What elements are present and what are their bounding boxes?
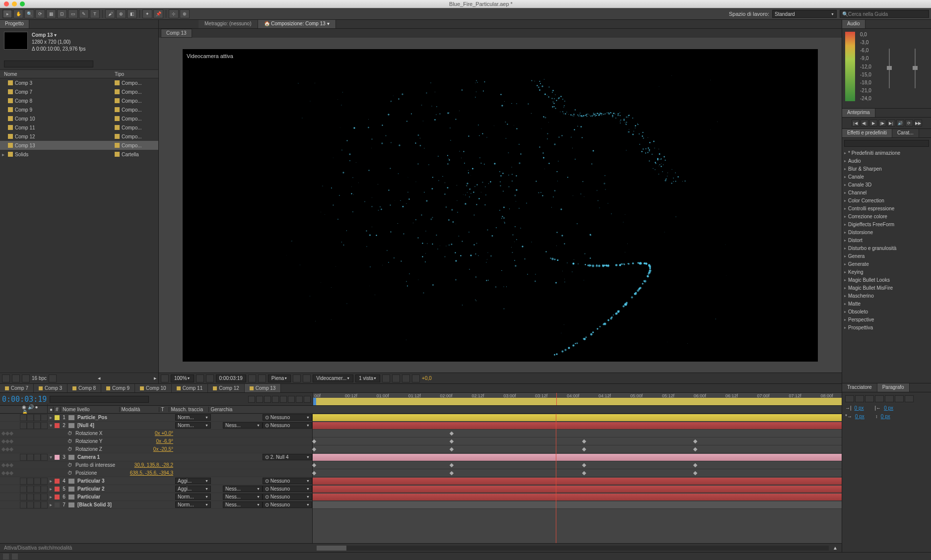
layer-row[interactable]: ▾2[Null 4]Norm...▼Ness...▼⊙ Nessuno▼ (0, 422, 312, 430)
effects-category[interactable]: ▸Generate (842, 260, 931, 268)
bpc-button[interactable]: 16 bpc (32, 375, 47, 381)
pan-behind-tool[interactable]: ⊡ (57, 9, 67, 18)
layer-bar[interactable] (313, 414, 842, 421)
transparency-button[interactable] (303, 374, 311, 382)
layer-bar[interactable] (313, 478, 842, 485)
footage-tab[interactable]: Metraggio: (nessuno) (199, 20, 258, 28)
audio-slider-L[interactable] (889, 49, 890, 88)
channel-button[interactable] (258, 374, 266, 382)
timeline-zoom-slider[interactable] (317, 546, 829, 551)
exposure-value[interactable]: +0,0 (422, 375, 432, 381)
keyframe-marker[interactable] (582, 471, 586, 475)
eraser-tool[interactable]: ◧ (127, 9, 137, 18)
composition-tab[interactable]: 🏠 Composizione: Comp 13 ▾ (258, 20, 336, 28)
current-time-display[interactable]: 0:00:03:19 (2, 395, 47, 404)
effects-category[interactable]: ▸Magic Bullet MisFire (842, 284, 931, 292)
axis-world-button[interactable]: ⊗ (180, 9, 190, 18)
status-icon-1[interactable] (3, 554, 9, 560)
views-count-select[interactable]: 1 vista ▼ (355, 374, 380, 382)
minimize-window-button[interactable] (12, 1, 17, 6)
layer-row[interactable]: ▾3Camera 1⊙ 2. Null 4▼ (0, 453, 312, 461)
tl-tool-1[interactable] (248, 396, 255, 403)
keyframe-marker[interactable] (450, 463, 454, 467)
timeline-search-input[interactable] (50, 396, 149, 403)
preview-tab[interactable]: Anteprima (842, 109, 875, 117)
effects-category[interactable]: ▸Audio (842, 157, 931, 165)
layer-bar[interactable] (313, 501, 842, 508)
effects-category[interactable]: ▸Prospettiva (842, 323, 931, 331)
timeline-tab[interactable]: Comp 10 (135, 384, 172, 392)
prev-frame-button[interactable]: ◀| (861, 120, 868, 126)
effects-category[interactable]: ▸Obsoleto (842, 308, 931, 315)
keyframe-marker[interactable] (450, 471, 454, 475)
trash-button[interactable] (49, 374, 57, 382)
timeline-tab[interactable]: Comp 12 (208, 384, 245, 392)
character-tab[interactable]: Carat... (892, 129, 919, 137)
close-window-button[interactable] (4, 1, 9, 6)
rotate-tool[interactable]: ⟳ (35, 9, 45, 18)
tl-tool-2[interactable] (256, 396, 263, 403)
keyframe-marker[interactable] (693, 447, 697, 451)
keyframe-marker[interactable] (312, 439, 316, 443)
col-layer-name[interactable]: Nome livello (61, 407, 120, 412)
paragraph-tab[interactable]: Paragrafo (877, 383, 910, 392)
tl-tool-3[interactable] (264, 396, 271, 403)
pixel-aspect-button[interactable] (382, 374, 390, 382)
project-tab[interactable]: Progetto (0, 20, 29, 28)
selection-tool[interactable]: ▸ (2, 9, 12, 18)
property-row[interactable]: ⏱Punto di interesse30,9, 135,8, -28,2 (0, 461, 312, 469)
effects-category[interactable]: ▸* Predefiniti animazione (842, 149, 931, 157)
layer-row[interactable]: ▸6ParticularNorm...▼Ness...▼⊙ Nessuno▼ (0, 493, 312, 501)
effects-category[interactable]: ▸Correzione colore (842, 212, 931, 220)
grid-button[interactable] (196, 374, 204, 382)
pen-tool[interactable]: ✎ (79, 9, 89, 18)
align-center-button[interactable] (855, 395, 864, 402)
layer-row[interactable]: ▸1Particle_PosNorm...▼⊙ Nessuno▼ (0, 414, 312, 422)
tracker-tab[interactable]: Tracciatore (842, 383, 877, 392)
effects-category[interactable]: ▸Disturbo e granulosità (842, 244, 931, 252)
view-select[interactable]: Videocamer... ▼ (313, 374, 353, 382)
project-item[interactable]: Comp 13Compo... (0, 141, 158, 150)
keyframe-marker[interactable] (693, 439, 697, 443)
effects-category[interactable]: ▸Magic Bullet Looks (842, 276, 931, 284)
effects-category[interactable]: ▸Canale 3D (842, 181, 931, 188)
keyframe-marker[interactable] (450, 432, 454, 436)
text-tool[interactable]: T (90, 9, 100, 18)
camera-tool[interactable]: ▦ (46, 9, 56, 18)
snapshot2-button[interactable] (248, 374, 256, 382)
keyframe-marker[interactable] (450, 439, 454, 443)
loop-button[interactable]: ⟳ (905, 120, 913, 126)
timeline-button[interactable] (402, 374, 410, 382)
property-row[interactable]: ⏱Rotazione X0x +0,0° (0, 430, 312, 437)
justify-left-button[interactable] (875, 395, 884, 402)
new-comp-button[interactable] (22, 374, 30, 382)
tl-tool-4[interactable] (272, 396, 279, 403)
timeline-tab[interactable]: Comp 3 (34, 384, 67, 392)
first-frame-button[interactable]: |◀ (852, 120, 860, 126)
timecode-display[interactable]: 0:00:03:19 (216, 374, 246, 382)
effects-tab[interactable]: Effetti e predefiniti (842, 129, 892, 137)
col-name-header[interactable]: Nome (4, 71, 100, 77)
keyframe-marker[interactable] (693, 463, 697, 467)
audio-slider-R[interactable] (915, 49, 916, 88)
puppet-tool[interactable]: 📌 (153, 9, 163, 18)
tl-tool-8[interactable] (304, 396, 311, 403)
safe-zones-button[interactable] (206, 374, 214, 382)
col-track-matte[interactable]: Masch. traccia (169, 407, 209, 412)
tl-tool-5[interactable] (280, 396, 287, 403)
audio-tab[interactable]: Audio (842, 20, 865, 28)
comp-thumbnail[interactable] (4, 32, 28, 50)
timeline-tab[interactable]: Comp 7 (0, 384, 34, 392)
effects-search-input[interactable] (844, 140, 929, 147)
keyframe-marker[interactable] (582, 439, 586, 443)
justify-all-button[interactable] (905, 395, 914, 402)
playhead[interactable] (556, 393, 557, 405)
effects-category[interactable]: ▸Digieffects FreeForm (842, 220, 931, 228)
next-frame-button[interactable]: |▶ (878, 120, 886, 126)
project-item[interactable]: ▸SolidsCartella (0, 150, 158, 159)
tl-tool-6[interactable] (288, 396, 295, 403)
fast-preview-button[interactable] (392, 374, 400, 382)
space-after-value[interactable]: 0 px (881, 414, 890, 419)
project-item[interactable]: Comp 12Compo... (0, 132, 158, 141)
project-item[interactable]: Comp 3Compo... (0, 78, 158, 87)
